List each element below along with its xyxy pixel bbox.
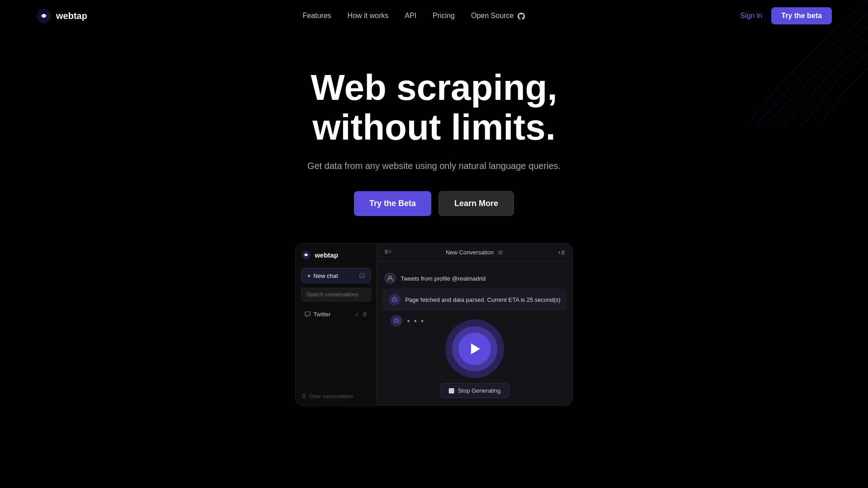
logo-icon — [36, 8, 52, 23]
trash-icon — [301, 394, 307, 399]
nav-pricing[interactable]: Pricing — [433, 12, 455, 20]
delete-icon[interactable] — [362, 312, 368, 317]
svg-rect-10 — [561, 253, 565, 254]
nav-features[interactable]: Features — [302, 12, 331, 20]
sidebar-logo-icon — [301, 250, 311, 260]
nav-actions: Sign in Try the beta — [740, 7, 832, 24]
new-chat-button[interactable]: + New chat — [301, 268, 371, 283]
app-preview: webtap + New chat — [295, 243, 573, 406]
svg-rect-6 — [385, 251, 388, 252]
chat-icon — [305, 311, 311, 317]
svg-rect-12 — [392, 298, 397, 301]
svg-rect-7 — [385, 253, 388, 254]
menu-icon[interactable] — [497, 249, 504, 256]
brand-logo[interactable]: webtap — [36, 8, 87, 23]
hero-try-beta-button[interactable]: Try the Beta — [354, 191, 431, 216]
app-preview-wrapper: webtap + New chat — [0, 243, 868, 406]
bot-avatar — [389, 294, 401, 305]
svg-rect-5 — [385, 250, 388, 251]
svg-point-17 — [397, 321, 398, 322]
nav-api[interactable]: API — [405, 12, 416, 20]
plus-icon: + — [307, 272, 311, 279]
hero-subtext: Get data from any website using only nat… — [9, 161, 859, 171]
navbar: webtap Features How it works API Pricing… — [0, 0, 868, 32]
message-user: Tweets from profile @realmadrid — [384, 268, 565, 289]
svg-point-14 — [395, 300, 396, 300]
svg-point-16 — [395, 321, 396, 322]
svg-point-3 — [305, 253, 307, 256]
collapse-left-icon[interactable] — [384, 248, 392, 257]
chat-header: New Conversation — [377, 244, 572, 262]
chat-title: New Conversation — [446, 249, 494, 256]
brand-name: webtap — [56, 11, 87, 21]
stop-square-icon — [449, 388, 454, 394]
stop-generating-button[interactable]: Stop Generating — [440, 383, 509, 398]
play-overlay — [445, 319, 504, 378]
edit-icon[interactable] — [354, 312, 359, 317]
hero-buttons: Try the Beta Learn More — [9, 191, 859, 216]
hero-headline: Web scraping, without limits. — [231, 68, 637, 147]
clear-conversations-button[interactable]: Clear conversations — [301, 394, 371, 399]
nav-open-source[interactable]: Open Source — [471, 12, 525, 20]
message-bot: Page fetched and data parsed. Current ET… — [382, 289, 567, 310]
chat-area: New Conversation Tweets from profile @ — [377, 244, 572, 405]
nav-links: Features How it works API Pricing Open S… — [302, 12, 524, 20]
svg-point-13 — [393, 300, 394, 300]
nav-how-it-works[interactable]: How it works — [348, 12, 389, 20]
signin-button[interactable]: Sign in — [740, 12, 762, 20]
play-mid-ring — [452, 326, 497, 371]
try-beta-button[interactable]: Try the beta — [771, 7, 832, 24]
sidebar-logo: webtap — [301, 250, 371, 260]
play-triangle-icon — [471, 343, 480, 354]
bot-avatar-2 — [391, 315, 402, 327]
svg-rect-15 — [394, 319, 399, 323]
svg-point-1 — [42, 14, 46, 18]
user-avatar — [384, 272, 396, 284]
app-window: webtap + New chat — [295, 243, 573, 406]
compose-icon — [359, 272, 365, 279]
bot-message-text: Page fetched and data parsed. Current ET… — [405, 294, 561, 305]
play-outer-ring — [445, 319, 504, 378]
list-item[interactable]: Twitter — [301, 308, 371, 321]
app-sidebar: webtap + New chat — [296, 244, 377, 405]
hero-section: Web scraping, without limits. Get data f… — [0, 32, 868, 243]
play-button[interactable] — [458, 333, 491, 365]
stop-bar: Stop Generating — [440, 383, 509, 398]
svg-rect-9 — [561, 252, 565, 253]
user-message-text: Tweets from profile @realmadrid — [401, 272, 486, 283]
svg-rect-8 — [561, 251, 565, 252]
hero-learn-more-button[interactable]: Learn More — [439, 191, 514, 216]
github-icon — [518, 13, 525, 20]
bot-dots: • • • — [407, 315, 425, 326]
collapse-right-icon[interactable] — [558, 249, 565, 256]
search-conversations-input[interactable] — [301, 288, 371, 301]
